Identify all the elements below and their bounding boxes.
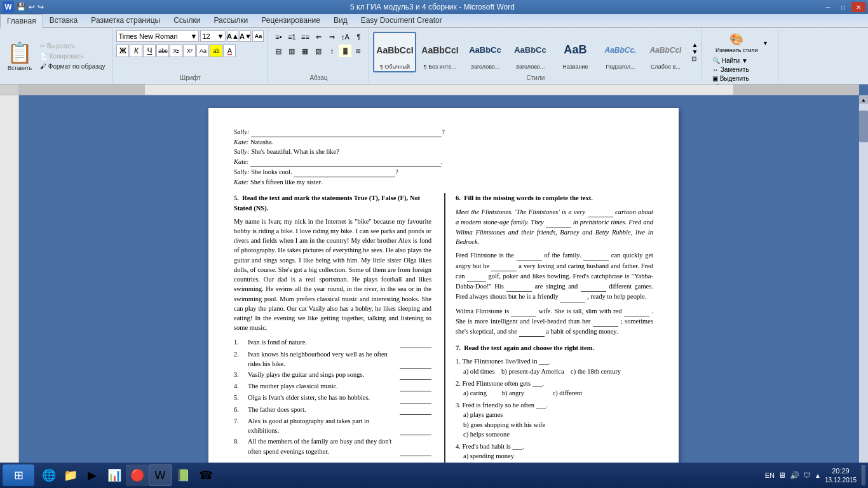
style-title-label: Название <box>562 64 588 70</box>
font-color-button[interactable]: А <box>223 44 236 57</box>
tray-volume[interactable]: 🔊 <box>790 471 799 480</box>
maximize-button[interactable]: □ <box>836 2 850 12</box>
style-no-spacing-preview: AaBbCcI <box>421 38 459 62</box>
taskbar-skype[interactable]: ☎ <box>194 464 217 486</box>
taskbar-word[interactable]: W <box>149 464 172 486</box>
taskbar-ie[interactable]: 🌐 <box>38 464 60 486</box>
blank-2: . <box>250 158 443 165</box>
select-button[interactable]: ▣ Выделить <box>712 75 749 82</box>
increase-indent-button[interactable]: ⇒ <box>325 30 338 43</box>
align-left-button[interactable]: ▤ <box>272 44 285 57</box>
align-right-button[interactable]: ▦ <box>299 44 311 57</box>
show-desktop[interactable] <box>862 465 865 485</box>
font-row-1: Times New Roman ▼ 12 ▼ A▲ A▼ Аа <box>116 30 264 42</box>
style-heading1[interactable]: AaBbCc Заголово... <box>463 32 506 72</box>
start-button[interactable]: ⊞ <box>3 464 34 486</box>
case-button[interactable]: Аа <box>196 44 209 57</box>
scroll-thumb[interactable] <box>859 111 868 142</box>
decrease-font-button[interactable]: A▼ <box>240 30 251 42</box>
change-styles-button[interactable]: 🎨 Изменить стили <box>712 30 761 55</box>
clear-format-button[interactable]: Аа <box>252 30 264 42</box>
change-styles-arrow[interactable]: ▼ <box>763 40 768 46</box>
statement-8: 8. All the members of the family are bus… <box>234 437 431 456</box>
taskbar-media[interactable]: ▶ <box>81 464 103 486</box>
style-title[interactable]: АаВ Название <box>553 32 597 72</box>
superscript-button[interactable]: X² <box>183 44 196 57</box>
tray-lang[interactable]: EN <box>765 471 775 479</box>
format-painter-button[interactable]: 🖌 Формат по образцу <box>37 62 108 71</box>
tab-easy-doc[interactable]: Easy Document Creator <box>355 14 449 27</box>
quick-access-save[interactable]: 💾 <box>17 3 26 11</box>
numbering-button[interactable]: ≡1 <box>285 30 298 43</box>
align-center-button[interactable]: ▥ <box>285 44 298 57</box>
subscript-button[interactable]: X₂ <box>170 44 182 57</box>
style-normal[interactable]: AaBbCcI ¶ Обычный <box>373 32 416 72</box>
tab-home[interactable]: Главная <box>0 14 43 28</box>
style-no-spacing[interactable]: AaBbCcI ¶ Без инте... <box>418 32 461 72</box>
decrease-indent-button[interactable]: ⇐ <box>312 30 325 43</box>
canvas-area[interactable]: Sally: ? Kate: Natasha. Sally: She's bea… <box>19 95 868 474</box>
strikethrough-button[interactable]: abc <box>156 44 169 57</box>
paste-button[interactable]: 📋 Вставить <box>4 36 36 76</box>
vertical-scrollbar[interactable]: ▲ ▼ <box>859 95 868 474</box>
minimize-button[interactable]: ─ <box>821 2 835 12</box>
font-name-selector[interactable]: Times New Roman ▼ <box>116 30 199 42</box>
bold-button[interactable]: Ж <box>116 44 129 57</box>
ribbon-tabs: Главная Вставка Разметка страницы Ссылки… <box>0 14 868 28</box>
taskbar-explorer[interactable]: 📁 <box>60 464 81 486</box>
two-column-layout: 5. Read the text and mark the statements… <box>234 193 653 474</box>
section6-intro: Meet the Flintstones. 'The Flintstones' … <box>456 207 653 247</box>
tray-network: 🖥 <box>778 471 786 480</box>
style-heading2[interactable]: AaBbCc Заголово... <box>508 32 552 72</box>
tab-view[interactable]: Вид <box>327 14 355 27</box>
font-size-selector[interactable]: 12 ▼ <box>200 30 226 42</box>
sort-button[interactable]: ↕A <box>339 30 351 43</box>
underline-button[interactable]: Ч <box>143 44 156 57</box>
dialogue-section: Sally: ? Kate: Natasha. Sally: She's bea… <box>234 127 653 187</box>
statement-2: 2. Ivan knows his neighbourhood very wel… <box>234 349 431 369</box>
q2: 2. Fred Flintstone often gets ___. a) ca… <box>456 379 653 398</box>
copy-button[interactable]: 📄 Копировать <box>37 51 108 61</box>
find-button[interactable]: 🔍 Найти ▼ <box>712 57 748 64</box>
shading-button[interactable]: ▓ <box>339 44 351 57</box>
bullets-button[interactable]: ≡• <box>272 30 285 43</box>
tab-review[interactable]: Рецензирование <box>255 14 327 27</box>
tab-mailings[interactable]: Рассылки <box>207 14 255 27</box>
section6-title: 6. Fill in the missing words to complete… <box>456 193 653 203</box>
quick-access-undo[interactable]: ↩ <box>29 3 35 11</box>
styles-scroll-down[interactable]: ▼ <box>691 48 698 55</box>
scroll-track[interactable] <box>859 104 868 465</box>
highlight-button[interactable]: ab <box>210 44 222 57</box>
tab-insert[interactable]: Вставка <box>43 14 85 27</box>
clock-time: 20:29 <box>825 466 857 475</box>
clipboard-small-buttons: ✂ Вырезать 📄 Копировать 🖌 Формат по обра… <box>37 41 108 71</box>
quick-access-redo[interactable]: ↪ <box>37 3 44 11</box>
borders-button[interactable]: ⊞ <box>352 44 365 57</box>
titlebar: W 💾 ↩ ↪ 5 кл ГИА модуль3 и 4 сборник - M… <box>0 0 868 14</box>
clock-date: 13.12.2015 <box>825 476 857 484</box>
increase-font-button[interactable]: A▲ <box>227 30 238 42</box>
italic-button[interactable]: К <box>130 44 142 57</box>
style-subtitle[interactable]: AaBbCc. Подзагол... <box>599 32 642 72</box>
speaker-sally-2: Sally: <box>234 148 250 155</box>
dialogue-line-1: Sally: ? <box>234 127 653 137</box>
multilevel-button[interactable]: ≡≡ <box>299 30 311 43</box>
scroll-up-button[interactable]: ▲ <box>859 95 868 104</box>
style-no-spacing-label: ¶ Без инте... <box>424 64 456 70</box>
tab-references[interactable]: Ссылки <box>167 14 207 27</box>
replace-button[interactable]: ↔ Заменить <box>712 66 749 73</box>
close-button[interactable]: ✕ <box>851 2 865 12</box>
taskbar-excel[interactable]: 📗 <box>172 464 194 486</box>
show-formatting-button[interactable]: ¶ <box>352 30 365 43</box>
blank-1: ? <box>251 128 445 135</box>
taskbar-item-1[interactable]: 📊 <box>103 464 126 486</box>
styles-scroll-up[interactable]: ▲ <box>691 41 698 48</box>
statement-7: 7. Alex is good at photography and takes… <box>234 416 431 435</box>
cut-button[interactable]: ✂ Вырезать <box>37 41 108 51</box>
line-spacing-button[interactable]: ↕ <box>325 44 338 57</box>
tab-page-layout[interactable]: Разметка страницы <box>85 14 167 27</box>
justify-button[interactable]: ▧ <box>312 44 325 57</box>
styles-expand[interactable]: ⊡ <box>691 55 698 62</box>
taskbar-item-2[interactable]: 🔴 <box>126 464 149 486</box>
style-subtle-emphasis[interactable]: AaBbCcI Слабое в... <box>644 32 687 72</box>
